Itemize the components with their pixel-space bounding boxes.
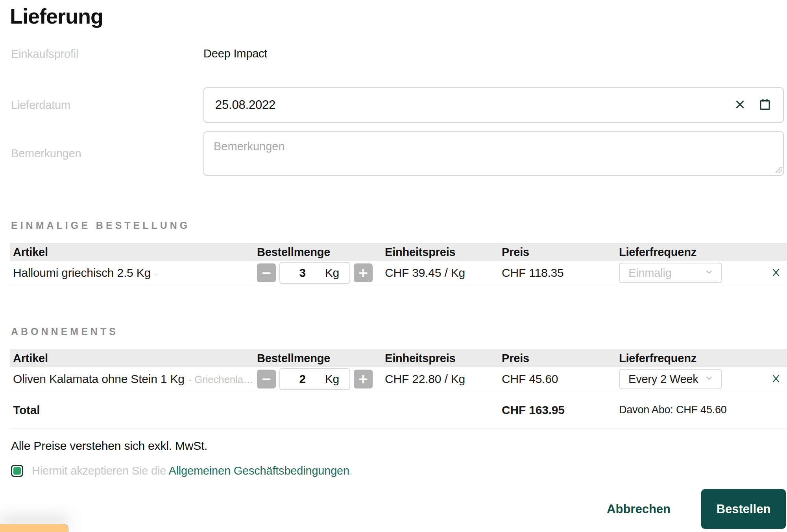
column-header-quantity: Bestellmenge bbox=[254, 246, 382, 259]
cancel-button[interactable]: Abbrechen bbox=[607, 502, 671, 516]
article-name: Halloumi griechisch 2.5 Kg bbox=[13, 266, 151, 279]
quantity-decrease-button[interactable]: − bbox=[257, 370, 276, 388]
quantity-stepper: − Kg + bbox=[257, 368, 382, 390]
terms-prefix: Hiermit akzeptieren Sie die bbox=[32, 464, 168, 477]
unit-price-value: CHF 39.45 / Kg bbox=[382, 266, 499, 280]
column-header-price: Preis bbox=[499, 352, 616, 365]
quantity-field: Kg bbox=[279, 262, 350, 284]
quantity-input[interactable] bbox=[280, 266, 325, 280]
column-header-frequency: Lieferfrequenz bbox=[616, 352, 736, 365]
terms-link[interactable]: Allgemeinen Geschäftsbedingungen bbox=[168, 464, 349, 477]
abo-subtotal-note: Davon Abo: CHF 45.60 bbox=[616, 404, 736, 416]
x-icon bbox=[770, 267, 781, 279]
profile-row: Einkaufsprofil Deep Impact bbox=[10, 46, 784, 61]
clear-date-button[interactable] bbox=[734, 98, 746, 112]
delivery-date-row: Lieferdatum 25.08.2022 bbox=[10, 87, 784, 123]
terms-row: Hiermit akzeptieren Sie die Allgemeinen … bbox=[10, 464, 787, 477]
chevron-down-icon bbox=[704, 373, 714, 386]
quantity-decrease-button[interactable]: − bbox=[257, 263, 276, 282]
column-header-unit-price: Einheitspreis bbox=[382, 246, 499, 259]
frequency-selected-value: Einmalig bbox=[628, 267, 672, 280]
remarks-row: Bemerkungen bbox=[10, 131, 784, 176]
vat-note: Alle Preise verstehen sich exkl. MwSt. bbox=[10, 439, 787, 453]
price-value: CHF 45.60 bbox=[499, 372, 616, 386]
one-time-order-table: Artikel Bestellmenge Einheitspreis Preis… bbox=[10, 243, 787, 285]
submit-order-button[interactable]: Bestellen bbox=[701, 489, 786, 529]
column-header-price: Preis bbox=[499, 246, 616, 259]
remarks-field-wrap bbox=[203, 131, 784, 176]
remarks-label: Bemerkungen bbox=[10, 147, 203, 160]
checkbox-checked-fill bbox=[13, 467, 21, 475]
quantity-unit: Kg bbox=[325, 266, 349, 280]
column-header-unit-price: Einheitspreis bbox=[382, 352, 499, 365]
terms-checkbox[interactable] bbox=[11, 465, 23, 477]
table-header-row: Artikel Bestellmenge Einheitspreis Preis… bbox=[10, 349, 787, 367]
delivery-date-input[interactable]: 25.08.2022 bbox=[203, 87, 784, 123]
column-header-article: Artikel bbox=[10, 352, 254, 365]
chevron-down-icon bbox=[704, 267, 714, 280]
delivery-date-value[interactable]: 25.08.2022 bbox=[215, 98, 734, 112]
remove-row-button[interactable] bbox=[770, 373, 781, 385]
calendar-icon bbox=[758, 98, 772, 113]
table-header-row: Artikel Bestellmenge Einheitspreis Preis… bbox=[10, 243, 787, 261]
profile-value: Deep Impact bbox=[203, 47, 267, 60]
unit-price-value: CHF 22.80 / Kg bbox=[382, 372, 499, 386]
article-name: Oliven Kalamata ohne Stein 1 Kg bbox=[13, 372, 185, 385]
delivery-form: Einkaufsprofil Deep Impact Lieferdatum 2… bbox=[10, 46, 787, 176]
total-price: CHF 163.95 bbox=[499, 403, 616, 417]
dialog-actions: Abbrechen Bestellen bbox=[607, 489, 786, 529]
quantity-increase-button[interactable]: + bbox=[354, 263, 373, 282]
price-value: CHF 118.35 bbox=[499, 266, 616, 280]
one-time-order-heading: EINMALIGE BESTELLUNG bbox=[10, 220, 787, 231]
quantity-input[interactable] bbox=[280, 372, 325, 386]
x-icon bbox=[734, 98, 746, 112]
toast-notification-peek[interactable] bbox=[0, 524, 68, 532]
page-title: Lieferung bbox=[10, 0, 787, 28]
remove-row-button[interactable] bbox=[770, 267, 781, 279]
column-header-quantity: Bestellmenge bbox=[254, 352, 382, 365]
frequency-selected-value: Every 2 Week bbox=[628, 373, 698, 386]
column-header-frequency: Lieferfrequenz bbox=[616, 246, 736, 259]
frequency-select[interactable]: Every 2 Week bbox=[619, 369, 722, 389]
delivery-date-label: Lieferdatum bbox=[10, 99, 203, 112]
table-row: Oliven Kalamata ohne Stein 1 Kg- Grieche… bbox=[10, 367, 787, 391]
quantity-stepper: − Kg + bbox=[257, 262, 382, 284]
terms-suffix: . bbox=[349, 464, 353, 477]
order-dialog: Lieferung Einkaufsprofil Deep Impact Lie… bbox=[0, 0, 787, 532]
subscriptions-heading: ABONNEMENTS bbox=[10, 326, 787, 337]
quantity-field: Kg bbox=[279, 368, 350, 390]
total-label: Total bbox=[10, 403, 254, 417]
column-header-article: Artikel bbox=[10, 246, 254, 259]
article-supplier: - bbox=[155, 267, 158, 279]
subscriptions-table: Artikel Bestellmenge Einheitspreis Preis… bbox=[10, 349, 787, 429]
x-icon bbox=[770, 373, 781, 385]
terms-text: Hiermit akzeptieren Sie die Allgemeinen … bbox=[32, 464, 353, 477]
profile-label: Einkaufsprofil bbox=[10, 47, 203, 61]
quantity-unit: Kg bbox=[325, 372, 349, 386]
remarks-textarea[interactable] bbox=[203, 131, 784, 176]
total-row: Total CHF 163.95 Davon Abo: CHF 45.60 bbox=[10, 391, 787, 429]
quantity-increase-button[interactable]: + bbox=[354, 370, 373, 388]
calendar-picker-button[interactable] bbox=[758, 98, 772, 113]
article-supplier: - Griechenla… bbox=[188, 374, 253, 385]
date-input-icons bbox=[734, 98, 772, 113]
frequency-select: Einmalig bbox=[619, 263, 722, 283]
table-row: Halloumi griechisch 2.5 Kg- − Kg + CHF 3… bbox=[10, 261, 787, 285]
